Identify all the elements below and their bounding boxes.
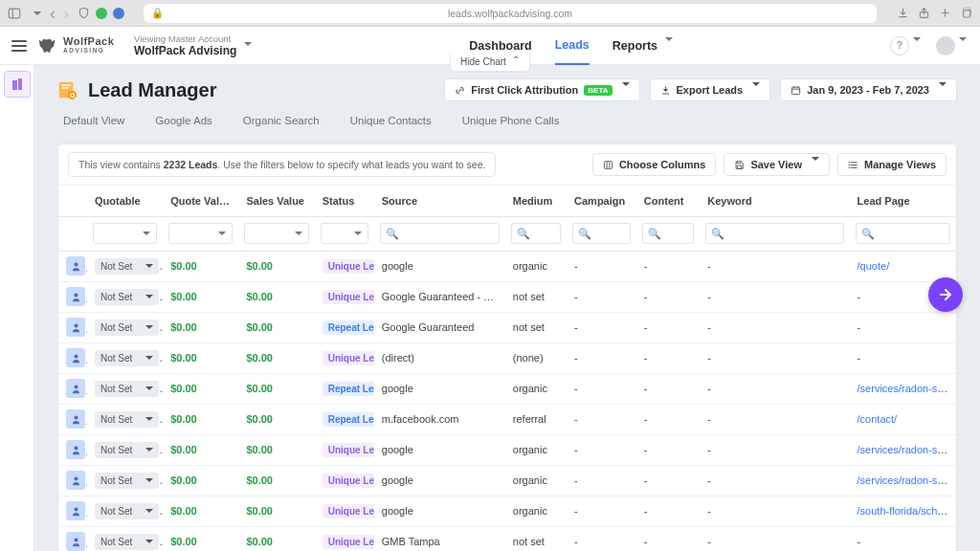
- quotable-dropdown[interactable]: Not Set: [95, 320, 159, 336]
- table-row[interactable]: Not Set$0.00$0.00Unique Leadgoogleorgani…: [58, 251, 956, 281]
- person-icon[interactable]: [66, 532, 85, 551]
- tab-google-ads[interactable]: Google Ads: [153, 111, 213, 130]
- table-row[interactable]: Not Set$0.00$0.00Unique Leadgoogleorgani…: [58, 465, 956, 496]
- quotable-dropdown[interactable]: Not Set: [95, 411, 159, 428]
- tabs-icon[interactable]: [959, 7, 972, 20]
- col-campaign[interactable]: Campaign: [567, 186, 636, 216]
- cell-keyword: -: [700, 465, 849, 496]
- next-fab[interactable]: [928, 277, 963, 312]
- help-button[interactable]: ?: [890, 36, 909, 55]
- cell-keyword: -: [700, 312, 849, 342]
- filter-lead-page-input[interactable]: [880, 228, 956, 239]
- url-bar[interactable]: 🔒 leads.wolfpackadvising.com: [144, 4, 877, 23]
- col-quotable[interactable]: Quotable: [87, 186, 163, 216]
- filter-quote-value[interactable]: [168, 223, 233, 244]
- table-row[interactable]: Not Set$0.00$0.00Unique Leadgoogleorgani…: [58, 496, 956, 526]
- table-row[interactable]: Not Set$0.00$0.00Repeat LeadGoogle Guara…: [58, 312, 956, 342]
- cell-lead-page[interactable]: /services/radon-services/: [850, 434, 956, 465]
- filter-source[interactable]: 🔍: [380, 223, 500, 244]
- person-icon[interactable]: [66, 318, 85, 337]
- filter-quotable[interactable]: [93, 223, 157, 244]
- filter-content[interactable]: 🔍: [642, 223, 694, 244]
- brand-logo[interactable]: WolfPackADVISING: [36, 35, 122, 56]
- col-content[interactable]: Content: [636, 186, 700, 216]
- choose-columns-button[interactable]: Choose Columns: [592, 153, 716, 176]
- filter-medium-input[interactable]: [535, 228, 567, 239]
- account-switcher[interactable]: Viewing Master Account WolfPack Advising: [134, 33, 252, 58]
- date-range-picker[interactable]: Jan 9, 2023 - Feb 7, 2023: [780, 78, 957, 101]
- filter-lead-page[interactable]: 🔍: [856, 223, 950, 244]
- export-leads-button[interactable]: Export Leads: [650, 78, 771, 101]
- quotable-dropdown[interactable]: Not Set: [95, 503, 159, 519]
- filter-campaign[interactable]: 🔍: [572, 223, 631, 244]
- quotable-dropdown[interactable]: Not Set: [95, 473, 159, 489]
- sidebar-toggle-icon[interactable]: [8, 7, 21, 20]
- person-icon[interactable]: [66, 440, 85, 459]
- cell-lead-page[interactable]: /services/radon-services/: [850, 465, 956, 496]
- col-lead-page[interactable]: Lead Page: [850, 186, 956, 216]
- filter-keyword-input[interactable]: [729, 228, 849, 239]
- tab-dropdown-icon[interactable]: [29, 7, 42, 20]
- rail-company-button[interactable]: [4, 71, 31, 98]
- filter-campaign-input[interactable]: [596, 228, 636, 239]
- cell-lead-page[interactable]: /quote/: [850, 251, 956, 281]
- filter-medium[interactable]: 🔍: [511, 223, 561, 244]
- person-icon[interactable]: [66, 471, 85, 490]
- col-status[interactable]: Status: [315, 186, 374, 216]
- person-icon[interactable]: [66, 501, 85, 520]
- filter-sales-value[interactable]: [244, 223, 308, 244]
- manage-views-button[interactable]: Manage Views: [837, 153, 947, 176]
- filter-status[interactable]: [321, 223, 368, 244]
- cell-lead-page[interactable]: /services/radon-services/: [850, 373, 956, 404]
- share-icon[interactable]: [917, 7, 930, 20]
- col-medium[interactable]: Medium: [505, 186, 567, 216]
- person-icon[interactable]: [66, 348, 85, 367]
- nav-reports[interactable]: Reports: [612, 27, 673, 64]
- table-row[interactable]: Not Set$0.00$0.00Unique Leadgoogleorgani…: [58, 434, 956, 465]
- person-icon[interactable]: [66, 256, 85, 276]
- cell-lead-page[interactable]: /south-florida/schedule/: [850, 496, 956, 526]
- quotable-dropdown[interactable]: Not Set: [95, 442, 159, 458]
- save-view-button[interactable]: Save View: [724, 153, 830, 176]
- tab-unique-phone-calls[interactable]: Unique Phone Calls: [460, 111, 562, 130]
- shield-icon[interactable]: [77, 7, 90, 20]
- tab-organic-search[interactable]: Organic Search: [241, 111, 322, 130]
- cell-lead-page[interactable]: /contact/: [850, 404, 956, 434]
- filter-content-input[interactable]: [666, 228, 700, 239]
- download-icon[interactable]: [896, 7, 909, 20]
- person-icon[interactable]: [66, 379, 85, 398]
- col-quote-value[interactable]: Quote Value: [163, 186, 238, 216]
- table-row[interactable]: Not Set$0.00$0.00Repeat Leadm.facebook.c…: [58, 404, 956, 434]
- new-tab-icon[interactable]: [938, 7, 951, 20]
- table-row[interactable]: Not Set$0.00$0.00Unique LeadGoogle Guara…: [58, 281, 956, 312]
- quote-value: $0.00: [170, 291, 197, 302]
- extension-dot-green[interactable]: [96, 8, 107, 19]
- quotable-dropdown[interactable]: Not Set: [95, 534, 159, 550]
- nav-leads[interactable]: Leads: [555, 27, 590, 65]
- tab-default-view[interactable]: Default View: [61, 111, 126, 130]
- table-row[interactable]: Not Set$0.00$0.00Unique Lead(direct)(non…: [58, 342, 956, 373]
- tab-unique-contacts[interactable]: Unique Contacts: [348, 111, 434, 130]
- hide-chart-toggle[interactable]: Hide Chart ⌃: [450, 54, 530, 72]
- quotable-dropdown[interactable]: Not Set: [95, 381, 159, 397]
- table-row[interactable]: Not Set$0.00$0.00Repeat Leadgoogleorgani…: [58, 373, 956, 404]
- col-source[interactable]: Source: [374, 186, 505, 216]
- nav-back-icon[interactable]: ‹: [50, 5, 56, 22]
- menu-button[interactable]: [8, 45, 31, 47]
- person-icon[interactable]: [66, 409, 85, 429]
- extension-dot-blue[interactable]: [113, 8, 124, 19]
- attribution-dropdown[interactable]: First Click Attribution BETA: [444, 78, 639, 101]
- table-row[interactable]: Not Set$0.00$0.00Unique LeadGMB Tampanot…: [58, 526, 956, 551]
- filter-keyword[interactable]: 🔍: [705, 223, 843, 244]
- person-icon[interactable]: [66, 287, 85, 306]
- col-sales-value[interactable]: Sales Value: [238, 186, 314, 216]
- status-badge: Unique Lead: [323, 474, 374, 488]
- status-badge: Repeat Lead: [323, 412, 374, 427]
- col-keyword[interactable]: Keyword: [700, 186, 849, 216]
- user-avatar[interactable]: [936, 36, 955, 55]
- filter-source-input[interactable]: [404, 228, 505, 239]
- quotable-dropdown[interactable]: Not Set: [95, 289, 159, 305]
- quotable-dropdown[interactable]: Not Set: [95, 258, 159, 275]
- quotable-dropdown[interactable]: Not Set: [95, 350, 159, 366]
- manage-views-label: Manage Views: [864, 159, 936, 170]
